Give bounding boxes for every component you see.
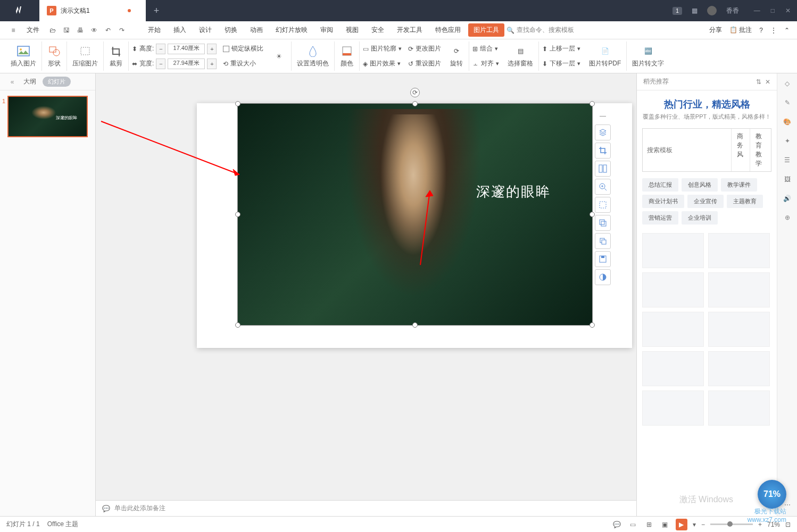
menu-devtools[interactable]: 开发工具 — [392, 23, 428, 37]
template-item[interactable] — [708, 233, 770, 268]
tag-2[interactable]: 教学课件 — [721, 178, 757, 192]
slideshow-button[interactable]: ▶ — [676, 519, 687, 530]
reset-picture[interactable]: ↺重设图片 — [408, 57, 441, 70]
notes-area[interactable]: 💬 单击此处添加备注 — [96, 500, 636, 516]
align-btn[interactable]: ⫠对齐 ▾ — [472, 57, 499, 70]
float-copy[interactable] — [595, 215, 611, 231]
normal-view[interactable]: ▭ — [628, 519, 638, 530]
menu-insert[interactable]: 插入 — [168, 23, 192, 37]
hamburger-icon[interactable]: ≡ — [7, 24, 19, 36]
rotate-handle[interactable]: ⟳ — [410, 88, 420, 97]
group-shape[interactable]: 形状 — [42, 41, 67, 71]
menu-special[interactable]: 特色应用 — [430, 23, 466, 37]
tag-7[interactable]: 企业培训 — [682, 211, 718, 225]
group-btn[interactable]: ⊞组合 ▾ — [472, 43, 499, 55]
document-tab[interactable]: P 演示文稿1 — [39, 0, 146, 21]
side-list[interactable]: ☰ — [782, 154, 793, 166]
picture-effect[interactable]: ◈图片效果 ▾ — [363, 57, 402, 70]
float-contrast[interactable] — [595, 269, 611, 285]
panel-close-icon[interactable]: ✕ — [765, 78, 770, 86]
chip-business[interactable]: 商务风 — [731, 129, 750, 171]
resize-handle-tr[interactable] — [590, 101, 595, 106]
float-zoom[interactable] — [595, 179, 611, 195]
side-image[interactable]: 🖼 — [782, 173, 793, 185]
tag-6[interactable]: 营销运营 — [642, 211, 678, 225]
share-button[interactable]: 分享 — [709, 26, 722, 35]
group-transparency[interactable]: 设置透明色 — [292, 41, 335, 71]
template-search-input[interactable] — [643, 129, 731, 171]
open-icon[interactable]: 🗁 — [47, 24, 59, 36]
side-new[interactable]: ◇ — [782, 78, 793, 89]
template-item[interactable] — [642, 233, 704, 268]
help-button[interactable]: ? — [759, 27, 763, 34]
group-color[interactable]: 颜色 — [335, 41, 360, 71]
menu-start[interactable]: 开始 — [143, 23, 166, 37]
tag-5[interactable]: 主题教育 — [727, 195, 763, 208]
height-input[interactable]: 17.40厘米 — [168, 44, 205, 54]
float-split[interactable] — [595, 161, 611, 177]
tag-3[interactable]: 商业计划书 — [642, 195, 684, 208]
menu-file[interactable]: 文件 — [21, 23, 45, 37]
collapse-ribbon-icon[interactable]: ⌃ — [784, 27, 790, 34]
wps-logo[interactable] — [0, 0, 39, 21]
notification-badge[interactable]: 1 — [673, 7, 682, 15]
template-item[interactable] — [708, 351, 770, 386]
menu-review[interactable]: 审阅 — [315, 23, 338, 37]
float-crop[interactable] — [595, 143, 611, 159]
new-tab-button[interactable]: + — [146, 0, 167, 21]
side-sync[interactable]: ⊕ — [782, 212, 793, 223]
chip-education[interactable]: 教育教学 — [750, 129, 771, 171]
side-palette[interactable]: 🎨 — [782, 116, 793, 128]
comment-button[interactable]: 📋 批注 — [729, 26, 752, 35]
resize-handle-bl[interactable] — [235, 322, 240, 328]
ribbon-options-icon[interactable]: ⋮ — [770, 27, 777, 34]
user-avatar-icon[interactable] — [707, 6, 717, 15]
slide-thumbnail-1[interactable]: 1 深邃的眼眸 — [7, 96, 88, 137]
picture-outline[interactable]: ▭图片轮廓 ▾ — [363, 43, 402, 55]
apps-icon[interactable]: ▦ — [692, 7, 698, 14]
print-icon[interactable]: 🖶 — [74, 24, 86, 36]
group-selection-pane[interactable]: ▤ 选择窗格 — [502, 41, 539, 71]
menu-design[interactable]: 设计 — [194, 23, 217, 37]
panel-title[interactable]: 稻壳推荐 — [643, 77, 669, 86]
redo-icon[interactable]: ↷ — [116, 24, 128, 36]
menu-view[interactable]: 视图 — [341, 23, 364, 37]
zoom-slider[interactable] — [710, 523, 753, 525]
float-select[interactable] — [595, 197, 611, 213]
slides-tab[interactable]: 幻灯片 — [43, 77, 71, 87]
lock-ratio[interactable]: 锁定纵横比 — [223, 43, 263, 55]
width-input[interactable]: 27.94厘米 — [168, 59, 205, 69]
maximize-button[interactable]: □ — [771, 7, 775, 14]
float-layers[interactable] — [595, 124, 611, 140]
outline-tab[interactable]: 大纲 — [23, 77, 36, 86]
group-to-text[interactable]: 🔤 图片转文字 — [627, 41, 669, 71]
resize-handle-tl[interactable] — [235, 101, 240, 106]
panel-settings-icon[interactable]: ⇅ — [756, 78, 761, 86]
zoom-out[interactable]: − — [701, 521, 705, 528]
notes-toggle[interactable]: 💬 — [612, 519, 622, 530]
resize-handle-br[interactable] — [590, 322, 595, 328]
menu-transition[interactable]: 切换 — [219, 23, 243, 37]
group-insert-picture[interactable]: 插入图片 — [5, 41, 42, 71]
resize-handle-mr[interactable] — [590, 212, 595, 217]
play-dropdown[interactable]: ▾ — [693, 521, 696, 528]
close-button[interactable]: ✕ — [785, 7, 791, 14]
tag-0[interactable]: 总结汇报 — [642, 178, 678, 192]
menu-picture-tools[interactable]: 图片工具 — [468, 23, 504, 37]
template-item[interactable] — [708, 390, 770, 426]
collapse-panel-icon[interactable]: « — [7, 78, 17, 86]
group-to-pdf[interactable]: 📄 图片转PDF — [584, 41, 627, 71]
send-backward[interactable]: ⬇下移一层 ▾ — [542, 57, 580, 70]
group-compress[interactable]: 压缩图片 — [67, 41, 104, 71]
group-brightness[interactable]: ☀ — [267, 41, 292, 71]
float-collapse[interactable]: — — [595, 110, 611, 122]
template-item[interactable] — [642, 351, 704, 386]
command-search[interactable]: 🔍 查找命令、搜索模板 — [507, 26, 574, 35]
menu-animation[interactable]: 动画 — [245, 23, 268, 37]
template-item[interactable] — [642, 272, 704, 307]
sorter-view[interactable]: ⊞ — [644, 519, 654, 530]
resize-handle-bc[interactable] — [412, 322, 418, 328]
width-decrease[interactable]: − — [156, 59, 165, 69]
float-duplicate[interactable] — [595, 233, 611, 249]
resize-handle-ml[interactable] — [235, 212, 240, 217]
